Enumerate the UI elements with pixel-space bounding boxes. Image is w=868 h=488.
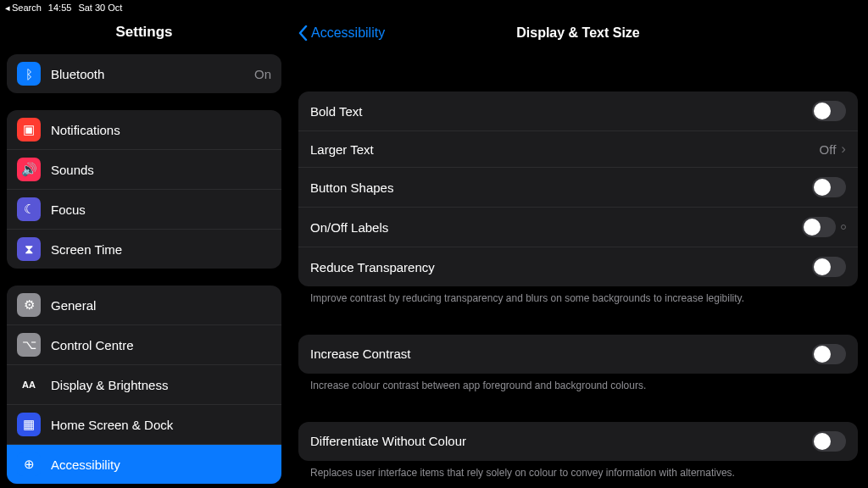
sounds-icon: 🔊 (17, 158, 41, 181)
sidebar-item-label: Accessibility (51, 458, 271, 472)
sidebar-item-label: Notifications (51, 123, 271, 137)
sidebar-item-value: On (254, 67, 271, 81)
sidebar-item-notifications[interactable]: ▣ Notifications (7, 110, 281, 149)
onoff-off-indicator-icon (841, 225, 846, 230)
row-increase-contrast[interactable]: Increase Contrast (298, 335, 858, 374)
back-button[interactable]: Accessibility (288, 25, 385, 41)
row-label: Button Shapes (310, 180, 812, 195)
notifications-icon: ▣ (17, 118, 41, 141)
sidebar-group-connectivity: ᛒ Bluetooth On (7, 54, 281, 93)
sidebar-item-sounds[interactable]: 🔊 Sounds (7, 149, 281, 189)
sidebar-item-display-brightness[interactable]: AA Display & Brightness (7, 364, 281, 404)
toggle-bold-text[interactable] (812, 101, 846, 121)
settings-sidebar: Settings ᛒ Bluetooth On ▣ Notifications … (0, 15, 288, 488)
sidebar-item-home-screen-dock[interactable]: ▦ Home Screen & Dock (7, 404, 281, 444)
display-brightness-icon: AA (17, 373, 41, 396)
sidebar-item-label: Screen Time (51, 242, 271, 257)
back-label: Accessibility (311, 25, 385, 41)
toggle-reduce-transparency[interactable] (812, 257, 846, 277)
sidebar-item-label: Control Centre (51, 338, 271, 352)
caret-left-icon: ◂ (5, 3, 10, 14)
row-label: Larger Text (310, 142, 820, 157)
section-footer: Improve contrast by reducing transparenc… (298, 286, 858, 306)
sidebar-item-general[interactable]: ⚙︎ General (7, 286, 281, 324)
row-larger-text[interactable]: Larger Text Off › (298, 130, 858, 167)
section-text-display: Bold Text Larger Text Off › Button Shape… (298, 92, 858, 286)
row-bold-text[interactable]: Bold Text (298, 92, 858, 130)
control-centre-icon: ⌥ (17, 333, 41, 357)
status-time: 14:55 (48, 3, 72, 13)
bluetooth-icon: ᛒ (17, 62, 41, 86)
row-differentiate-colour[interactable]: Differentiate Without Colour (298, 422, 858, 461)
sidebar-group-general: ⚙︎ General ⌥ Control Centre AA Display &… (7, 286, 281, 484)
sidebar-item-screen-time[interactable]: ⧗ Screen Time (7, 229, 281, 269)
sidebar-title: Settings (7, 15, 281, 54)
sidebar-item-label: Bluetooth (51, 67, 244, 81)
chevron-left-icon (298, 25, 308, 41)
sidebar-item-control-centre[interactable]: ⌥ Control Centre (7, 324, 281, 364)
sidebar-group-notifications: ▣ Notifications 🔊 Sounds ☾ Focus ⧗ Scree… (7, 110, 281, 269)
sidebar-item-label: Sounds (51, 163, 271, 177)
general-icon: ⚙︎ (17, 293, 41, 317)
section-footer: Replaces user interface items that rely … (298, 461, 858, 480)
sidebar-item-focus[interactable]: ☾ Focus (7, 189, 281, 229)
row-label: Increase Contrast (310, 347, 812, 361)
status-bar: ◂ Search 14:55 Sat 30 Oct (0, 0, 868, 15)
toggle-increase-contrast[interactable] (812, 344, 846, 364)
row-reduce-transparency[interactable]: Reduce Transparency (298, 247, 858, 286)
status-back-label: Search (12, 3, 42, 13)
toggle-differentiate-colour[interactable] (812, 431, 846, 452)
section-contrast: Increase Contrast (298, 335, 858, 374)
row-value: Off (820, 142, 837, 157)
sidebar-item-label: Focus (51, 202, 271, 217)
row-button-shapes[interactable]: Button Shapes (298, 167, 858, 207)
focus-icon: ☾ (17, 197, 41, 221)
row-label: Bold Text (310, 104, 812, 119)
sidebar-item-bluetooth[interactable]: ᛒ Bluetooth On (7, 54, 281, 93)
status-date: Sat 30 Oct (78, 3, 122, 13)
detail-nav: Accessibility Display & Text Size (288, 15, 868, 51)
detail-content[interactable]: Bold Text Larger Text Off › Button Shape… (288, 51, 868, 488)
toggle-button-shapes[interactable] (812, 177, 846, 197)
sidebar-item-accessibility[interactable]: ⊕ Accessibility (7, 444, 281, 484)
sidebar-item-label: Home Screen & Dock (51, 418, 271, 432)
accessibility-icon: ⊕ (17, 452, 41, 476)
toggle-onoff-labels[interactable] (802, 217, 836, 237)
row-label: Differentiate Without Colour (310, 434, 812, 448)
detail-pane: Accessibility Display & Text Size Bold T… (288, 15, 868, 488)
row-label: Reduce Transparency (310, 260, 812, 274)
sidebar-item-label: General (51, 298, 271, 313)
chevron-right-icon: › (841, 141, 846, 158)
section-footer: Increase colour contrast between app for… (298, 374, 858, 393)
screen-time-icon: ⧗ (17, 237, 41, 261)
section-differentiate: Differentiate Without Colour (298, 422, 858, 461)
status-back-to-app[interactable]: ◂ Search (5, 3, 42, 14)
row-onoff-labels[interactable]: On/Off Labels (298, 207, 858, 247)
row-label: On/Off Labels (310, 220, 802, 235)
sidebar-item-label: Display & Brightness (51, 378, 271, 392)
home-screen-icon: ▦ (17, 413, 41, 436)
